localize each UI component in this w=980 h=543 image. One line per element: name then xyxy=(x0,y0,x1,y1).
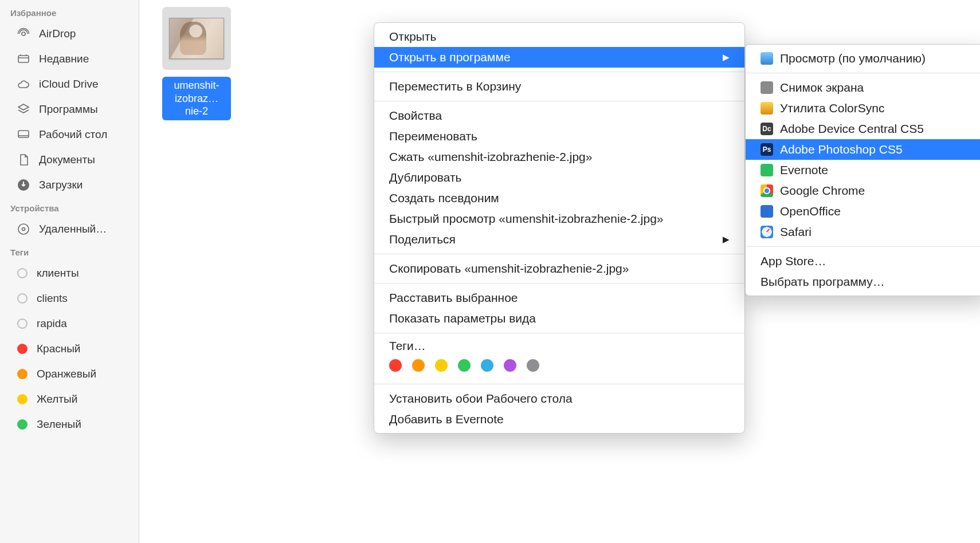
applications-icon xyxy=(16,102,31,117)
menu-item-label: Переименовать xyxy=(389,129,477,143)
submenu-item-evernote[interactable]: Evernote xyxy=(746,160,980,180)
sidebar-item-downloads[interactable]: Загрузки xyxy=(0,172,139,198)
menu-item-copy[interactable]: Скопировать «umenshit-izobrazhenie-2.jpg… xyxy=(374,258,744,279)
menu-separator xyxy=(374,333,744,333)
preview-app-icon xyxy=(761,52,773,65)
tag-color-dot[interactable] xyxy=(435,359,448,372)
sidebar-tag-item[interactable]: rapida xyxy=(0,311,139,336)
sidebar-item-label: Красный xyxy=(37,343,80,355)
open-with-submenu: Просмотр (по умолчанию) Снимок экрана Ут… xyxy=(745,44,980,296)
menu-item-add-to-evernote[interactable]: Добавить в Evernote xyxy=(374,409,744,430)
sidebar-item-label: Оранжевый xyxy=(37,368,96,380)
tag-color-dot[interactable] xyxy=(458,359,471,372)
menu-item-share[interactable]: Поделиться ▶ xyxy=(374,229,744,250)
menu-item-label: Добавить в Evernote xyxy=(389,412,504,426)
safari-app-icon xyxy=(761,226,773,238)
sidebar-tag-item[interactable]: Оранжевый xyxy=(0,361,139,387)
menu-item-label: Расставить выбранное xyxy=(389,291,518,305)
menu-item-duplicate[interactable]: Дублировать xyxy=(374,167,744,188)
sidebar-item-documents[interactable]: Документы xyxy=(0,147,139,172)
sidebar-item-applications[interactable]: Программы xyxy=(0,97,139,122)
sidebar-item-label: clients xyxy=(37,292,68,305)
submenu-item-openoffice[interactable]: OpenOffice xyxy=(746,201,980,222)
menu-item-open-with[interactable]: Открыть в программе ▶ xyxy=(374,47,744,68)
sidebar-item-label: Желтый xyxy=(37,393,77,406)
downloads-icon xyxy=(16,178,31,192)
sidebar-item-label: Программы xyxy=(39,103,98,116)
sidebar-item-recents[interactable]: Недавние xyxy=(0,46,139,72)
menu-item-label: Переместить в Корзину xyxy=(389,80,521,93)
menu-separator xyxy=(746,73,980,73)
tag-color-dot[interactable] xyxy=(389,359,402,372)
cloud-icon xyxy=(16,77,31,92)
submenu-item-colorsync[interactable]: Утилита ColorSync xyxy=(746,98,980,119)
sidebar-item-desktop[interactable]: Рабочий стол xyxy=(0,122,139,147)
menu-separator xyxy=(374,283,744,284)
submenu-item-chrome[interactable]: Google Chrome xyxy=(746,180,980,201)
menu-item-rename[interactable]: Переименовать xyxy=(374,126,744,147)
submenu-item-photoshop[interactable]: Ps Adobe Photoshop CS5 xyxy=(746,139,980,160)
file-item-selected[interactable]: umenshit-izobraz…nie-2 xyxy=(162,7,231,120)
sidebar-section-favorites: Избранное xyxy=(0,2,139,21)
menu-item-move-to-trash[interactable]: Переместить в Корзину xyxy=(374,76,744,97)
finder-window: Избранное AirDrop Недавние iCloud Drive … xyxy=(0,0,980,543)
device-central-app-icon: Dc xyxy=(761,123,773,135)
airdrop-icon xyxy=(16,26,31,41)
file-name-label[interactable]: umenshit-izobraz…nie-2 xyxy=(162,77,231,120)
menu-item-view-options[interactable]: Показать параметры вида xyxy=(374,308,744,329)
sidebar-item-icloud[interactable]: iCloud Drive xyxy=(0,72,139,97)
menu-item-label: Google Chrome xyxy=(780,184,865,198)
sidebar-tag-item[interactable]: clients xyxy=(0,286,139,311)
chevron-right-icon: ▶ xyxy=(723,52,730,62)
finder-sidebar: Избранное AirDrop Недавние iCloud Drive … xyxy=(0,0,139,543)
sidebar-item-label: Загрузки xyxy=(39,179,83,191)
tag-color-dot[interactable] xyxy=(481,359,493,372)
submenu-item-app-store[interactable]: App Store… xyxy=(746,251,980,272)
finder-icon-view[interactable]: umenshit-izobraz…nie-2 Открыть Открыть в… xyxy=(139,0,980,543)
menu-item-label: Быстрый просмотр «umenshit-izobrazhenie-… xyxy=(389,212,664,226)
photoshop-app-icon: Ps xyxy=(761,143,773,156)
openoffice-app-icon xyxy=(761,205,773,218)
menu-item-label: Установить обои Рабочего стола xyxy=(389,392,573,406)
menu-separator xyxy=(374,384,744,384)
menu-item-label: Показать параметры вида xyxy=(389,312,536,325)
sidebar-item-label: rapida xyxy=(37,317,67,330)
svg-rect-2 xyxy=(18,131,29,137)
sidebar-tag-item[interactable]: клиенты xyxy=(0,261,139,286)
menu-item-open[interactable]: Открыть xyxy=(374,26,744,47)
menu-item-label: Выбрать программу… xyxy=(761,275,885,289)
menu-item-quick-look[interactable]: Быстрый просмотр «umenshit-izobrazhenie-… xyxy=(374,208,744,229)
tag-dot-red-icon xyxy=(17,344,28,354)
sidebar-item-remote-disc[interactable]: Удаленный… xyxy=(0,217,139,242)
menu-item-label: Теги… xyxy=(389,339,426,353)
sidebar-tag-item[interactable]: Желтый xyxy=(0,387,139,412)
menu-item-make-alias[interactable]: Создать псевдоним xyxy=(374,188,744,208)
menu-item-tags[interactable]: Теги… xyxy=(374,337,744,355)
sidebar-tag-item[interactable]: Красный xyxy=(0,336,139,361)
tag-color-dot[interactable] xyxy=(504,359,516,372)
tag-color-dot[interactable] xyxy=(527,359,539,372)
submenu-item-preview[interactable]: Просмотр (по умолчанию) xyxy=(746,48,980,69)
tag-color-dot[interactable] xyxy=(412,359,425,372)
sidebar-item-airdrop[interactable]: AirDrop xyxy=(0,21,139,46)
menu-separator xyxy=(374,254,744,254)
menu-item-clean-up[interactable]: Расставить выбранное xyxy=(374,288,744,308)
menu-item-get-info[interactable]: Свойства xyxy=(374,105,744,126)
svg-point-5 xyxy=(22,228,25,231)
menu-item-compress[interactable]: Сжать «umenshit-izobrazhenie-2.jpg» xyxy=(374,147,744,167)
menu-item-label: Скопировать «umenshit-izobrazhenie-2.jpg… xyxy=(389,262,629,276)
submenu-item-safari[interactable]: Safari xyxy=(746,222,980,242)
menu-item-label: Открыть в программе xyxy=(389,50,511,64)
menu-item-set-wallpaper[interactable]: Установить обои Рабочего стола xyxy=(374,388,744,409)
tag-dot-empty-icon xyxy=(17,318,28,329)
tag-color-row xyxy=(374,355,744,380)
submenu-item-device-central[interactable]: Dc Adobe Device Central CS5 xyxy=(746,119,980,139)
submenu-item-choose-app[interactable]: Выбрать программу… xyxy=(746,272,980,292)
tag-dot-empty-icon xyxy=(17,268,28,278)
submenu-item-screenshot[interactable]: Снимок экрана xyxy=(746,77,980,98)
menu-item-label: Дублировать xyxy=(389,171,462,184)
menu-item-label: Свойства xyxy=(389,109,442,123)
screenshot-app-icon xyxy=(761,81,773,94)
menu-item-label: Evernote xyxy=(780,163,828,177)
sidebar-tag-item[interactable]: Зеленый xyxy=(0,412,139,437)
